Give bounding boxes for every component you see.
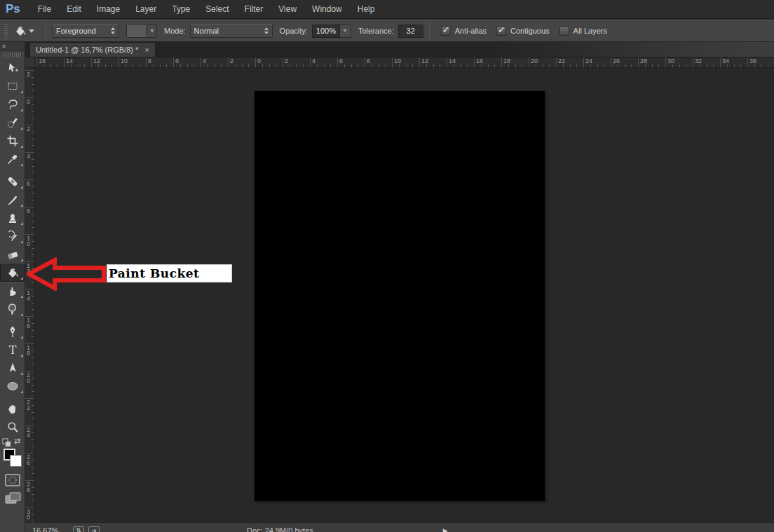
menu-item-window[interactable]: Window	[304, 0, 350, 19]
fill-source-select[interactable]: Foreground	[52, 24, 119, 38]
checkbox-icon	[496, 26, 506, 36]
vertical-ruler[interactable]: 2024681 01 21 41 61 82 02 22 42 62 83 0	[25, 68, 35, 523]
flyout-triangle-icon	[20, 145, 23, 148]
pen-tool-button[interactable]	[0, 322, 25, 341]
pattern-dropdown-button[interactable]	[147, 24, 157, 38]
checkbox-group: Anti-aliasContiguousAll Layers	[431, 26, 607, 36]
tolerance-input[interactable]: 32	[398, 25, 423, 38]
mode-label: Mode:	[164, 27, 186, 35]
paint-bucket-tool-button[interactable]	[0, 264, 25, 282]
options-grip-handle[interactable]	[3, 22, 8, 39]
smudge-tool-button[interactable]	[0, 282, 25, 300]
flyout-triangle-icon	[20, 127, 23, 130]
color-widgets: ⇄	[0, 436, 25, 506]
svg-text:T: T	[9, 343, 17, 356]
ruler-origin-corner[interactable]	[25, 57, 35, 68]
chevron-down-icon	[343, 29, 347, 32]
chevron-down-icon	[29, 29, 34, 33]
anti-alias-checkbox[interactable]: Anti-alias	[441, 26, 487, 36]
marquee-tool-button[interactable]	[0, 77, 25, 95]
dodge-tool-button[interactable]	[0, 300, 25, 318]
transfer-icon[interactable]: ⇅	[73, 526, 84, 532]
path-select-tool-button[interactable]	[0, 359, 25, 377]
all-layers-checkbox[interactable]: All Layers	[559, 26, 607, 36]
checkbox-icon	[441, 26, 451, 36]
menu-bar: Ps FileEditImageLayerTypeSelectFilterVie…	[0, 0, 774, 19]
flyout-triangle-icon	[20, 390, 23, 393]
horizontal-ruler[interactable]: 1614121086420246810121416182022242628303…	[35, 57, 774, 68]
menu-item-type[interactable]: Type	[164, 0, 198, 19]
menu-item-file[interactable]: File	[30, 0, 59, 19]
annotation-label: Paint Bucket	[107, 264, 232, 282]
divider	[429, 22, 430, 39]
checkbox-label: All Layers	[573, 27, 607, 35]
clone-stamp-tool-button[interactable]	[0, 209, 25, 227]
toolbar-grip-handle[interactable]	[0, 51, 25, 59]
photoshop-logo: Ps	[6, 2, 20, 16]
export-icon[interactable]: ➔	[88, 526, 100, 532]
history-brush-tool-button[interactable]	[0, 227, 25, 245]
opacity-label: Opacity:	[280, 27, 308, 35]
hand-tool-button[interactable]	[0, 400, 25, 418]
document-tab-bar: Untitled-1 @ 16,7% (RGB/8) * ×	[25, 42, 774, 57]
zoom-tool-button[interactable]	[0, 418, 25, 436]
eraser-tool-button[interactable]	[0, 245, 25, 264]
menu-item-filter[interactable]: Filter	[237, 0, 271, 19]
close-icon[interactable]: ×	[144, 46, 149, 54]
menu-item-layer[interactable]: Layer	[128, 0, 164, 19]
lasso-tool-button[interactable]	[0, 95, 25, 114]
tools-panel: » T ⇄	[0, 42, 25, 532]
flyout-triangle-icon	[20, 109, 23, 111]
contiguous-checkbox[interactable]: Contiguous	[496, 26, 550, 36]
document-tab[interactable]: Untitled-1 @ 16,7% (RGB/8) * ×	[29, 42, 156, 57]
opacity-dropdown-button[interactable]	[340, 25, 351, 38]
type-tool-button[interactable]: T	[0, 341, 25, 359]
quick-select-tool-button[interactable]	[0, 114, 25, 132]
flyout-triangle-icon	[20, 277, 23, 280]
opacity-input[interactable]: 100%	[312, 25, 340, 38]
screen-mode-button[interactable]	[3, 491, 22, 509]
flyout-triangle-icon	[20, 240, 23, 243]
updown-arrows-icon	[111, 27, 115, 34]
menu-items: FileEditImageLayerTypeSelectFilterViewWi…	[30, 0, 383, 18]
flyout-triangle-icon	[20, 336, 23, 339]
menu-item-edit[interactable]: Edit	[59, 0, 89, 19]
canvas[interactable]	[254, 91, 545, 501]
annotation-arrow-icon	[27, 257, 107, 294]
crop-tool-button[interactable]	[0, 132, 25, 150]
zoom-level-field[interactable]: 16,67%	[32, 526, 69, 532]
healing-brush-tool-button[interactable]	[0, 172, 25, 191]
pattern-swatch[interactable]	[126, 24, 147, 38]
eyedropper-tool-button[interactable]	[0, 150, 25, 168]
mode-select[interactable]: Normal	[190, 24, 273, 38]
flyout-triangle-icon	[20, 204, 23, 207]
status-menu-arrow[interactable]: ▶	[443, 527, 448, 532]
tool-preset-picker[interactable]	[13, 25, 40, 37]
menu-item-help[interactable]: Help	[350, 0, 383, 19]
collapse-toolbar-button[interactable]: »	[0, 42, 25, 51]
menu-item-image[interactable]: Image	[89, 0, 128, 19]
flyout-triangle-icon	[20, 372, 23, 375]
tolerance-label: Tolerance:	[358, 27, 394, 35]
flyout-triangle-icon	[20, 313, 23, 316]
background-color-swatch[interactable]	[10, 455, 22, 467]
quick-mask-button[interactable]	[3, 472, 22, 491]
divider	[46, 22, 46, 39]
flyout-triangle-icon	[20, 295, 23, 298]
canvas-workspace	[35, 68, 774, 523]
flyout-triangle-icon	[20, 90, 23, 93]
checkbox-icon	[559, 26, 569, 36]
ellipse-shape-tool-button[interactable]	[0, 377, 25, 395]
swap-colors-icon[interactable]: ⇄	[14, 437, 20, 446]
flyout-triangle-icon	[20, 186, 23, 189]
document-size-info[interactable]: Doc: 24.9M/0 bytes	[247, 526, 313, 532]
move-tool-button[interactable]	[0, 59, 25, 77]
document-tab-title: Untitled-1 @ 16,7% (RGB/8) *	[36, 46, 138, 54]
checkbox-label: Contiguous	[510, 27, 550, 35]
left-block-arrow	[29, 260, 104, 288]
options-bar: Foreground Mode: Normal Opacity: 100% To…	[0, 20, 774, 42]
flyout-triangle-icon	[20, 163, 23, 166]
menu-item-view[interactable]: View	[271, 0, 304, 19]
menu-item-select[interactable]: Select	[198, 0, 236, 19]
brush-tool-button[interactable]	[0, 191, 25, 209]
